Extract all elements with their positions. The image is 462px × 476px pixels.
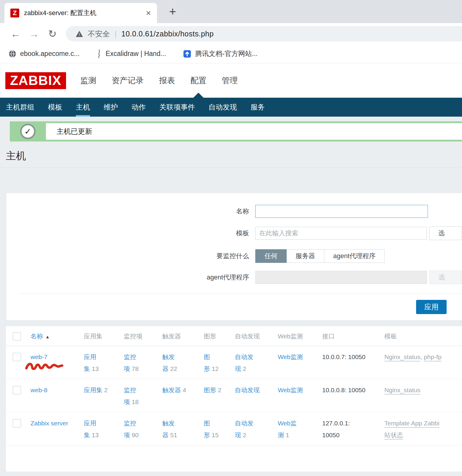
table-cell: 应用集 2 xyxy=(81,379,121,412)
cell-link[interactable]: 图 xyxy=(204,353,210,360)
cell-link[interactable]: 自动发 xyxy=(235,420,254,427)
reload-icon[interactable]: ↻ xyxy=(43,28,62,40)
nav-configuration[interactable]: 配置 xyxy=(190,75,206,86)
subnav-actions[interactable]: 动作 xyxy=(131,98,146,117)
zabbix-logo[interactable]: ZABBIX xyxy=(5,72,66,89)
template-link[interactable]: php-fp xyxy=(424,353,442,360)
page-title: 主机 xyxy=(6,149,462,163)
cell-link[interactable]: 现 xyxy=(235,432,241,438)
apply-button[interactable]: 应用 xyxy=(416,300,447,314)
nav-reports[interactable]: 报表 xyxy=(159,75,175,86)
bookmark-excalidraw[interactable]: Excalidraw | Hand... xyxy=(96,49,166,58)
cell-link[interactable]: 项 xyxy=(124,398,130,405)
sort-asc-icon: ▲ xyxy=(45,334,50,339)
subnav-maintenance[interactable]: 维护 xyxy=(104,98,118,117)
template-filter-input[interactable] xyxy=(255,227,427,240)
row-checkbox[interactable] xyxy=(13,386,21,394)
cell-link[interactable]: 现 xyxy=(235,365,241,372)
template-link[interactable]: Nginx_status xyxy=(384,353,420,360)
nav-monitoring[interactable]: 监测 xyxy=(80,75,96,86)
bookmark-tencent-docs[interactable]: 腾讯文档-官方网站... xyxy=(183,49,258,58)
back-icon[interactable]: ← xyxy=(7,28,25,40)
cell-link[interactable]: 触发 xyxy=(162,420,175,427)
row-checkbox[interactable] xyxy=(13,419,21,427)
cell-link[interactable]: 器 xyxy=(162,365,169,372)
name-filter-label: 名称 xyxy=(6,207,255,216)
template-select-button[interactable]: 选 xyxy=(429,226,462,240)
host-name-link[interactable]: Zabbix server xyxy=(31,417,68,429)
globe-icon xyxy=(8,50,17,58)
table-cell: Web监测 1 xyxy=(275,412,320,446)
table-cell: 监控项 90 xyxy=(121,412,160,446)
table-cell: Nginx_status, php-fp xyxy=(382,346,462,379)
monitored-by-any[interactable]: 任何 xyxy=(255,249,287,263)
host-name-link[interactable]: web-8 xyxy=(31,384,47,396)
subnav-hosts[interactable]: 主机 xyxy=(76,98,90,117)
cell-link[interactable]: 图 xyxy=(204,420,210,427)
cell-link[interactable]: 应用集 xyxy=(84,387,102,393)
table-cell: Nginx_status xyxy=(382,379,462,412)
row-checkbox[interactable] xyxy=(13,353,21,361)
name-filter-input[interactable] xyxy=(255,205,428,218)
template-link[interactable]: Template App Zabbi xyxy=(384,420,439,427)
subnav-templates[interactable]: 模板 xyxy=(48,98,62,117)
cell-link[interactable]: 自动发现 xyxy=(235,387,260,393)
column-header[interactable]: 名称▲ xyxy=(28,326,81,346)
cell-link[interactable]: 应用 xyxy=(84,353,96,360)
sub-nav: 主机群组 模板 主机 维护 动作 关联项事件 自动发现 服务 xyxy=(0,98,462,117)
bookmark-ebook[interactable]: ebook.apecome.c... xyxy=(8,50,80,58)
not-secure-warning-icon[interactable]: ! xyxy=(76,31,83,37)
template-link[interactable]: 站状态 xyxy=(384,432,403,438)
cell-link[interactable]: 器 xyxy=(162,432,169,438)
select-all-checkbox[interactable] xyxy=(13,332,21,340)
nav-inventory[interactable]: 资产记录 xyxy=(112,75,144,86)
nav-administration[interactable]: 管理 xyxy=(222,75,238,86)
tab-close-icon[interactable]: × xyxy=(145,9,152,17)
table-cell: 触发器 4 xyxy=(160,379,201,412)
cell-link[interactable]: 形 xyxy=(204,432,210,438)
cell-text: 13 xyxy=(90,432,99,438)
subnav-event-correlation[interactable]: 关联项事件 xyxy=(159,98,195,117)
cell-link[interactable]: 图形 xyxy=(204,387,216,393)
security-label[interactable]: 不安全 xyxy=(88,29,110,39)
cell-link[interactable]: 应用 xyxy=(84,420,96,427)
cell-link[interactable]: Web监测 xyxy=(278,353,303,360)
table-cell: Web监测 xyxy=(275,379,320,412)
cell-link[interactable]: 测 xyxy=(278,432,284,438)
subnav-host-groups[interactable]: 主机群组 xyxy=(6,98,34,117)
monitored-by-server[interactable]: 服务器 xyxy=(287,249,324,263)
cell-link[interactable]: 监控 xyxy=(124,387,136,393)
template-link[interactable]: Nginx_status xyxy=(384,387,420,393)
browser-tab[interactable]: Z zabbix4-server: 配置主机 × xyxy=(4,3,157,23)
cell-link[interactable]: 项 xyxy=(124,365,130,372)
cell-link[interactable]: 触发 xyxy=(162,353,175,360)
table-cell: 触发器 22 xyxy=(160,346,201,379)
cell-link[interactable]: 集 xyxy=(84,365,90,372)
forward-icon[interactable]: → xyxy=(25,28,43,40)
new-tab-button[interactable]: + xyxy=(165,4,180,19)
cell-link[interactable]: 自动发 xyxy=(235,353,254,360)
cell-link[interactable]: Web监测 xyxy=(278,387,303,393)
monitored-by-proxy[interactable]: agent代理程序 xyxy=(324,249,385,263)
url-text[interactable]: 10.0.0.61/zabbix/hosts.php xyxy=(121,30,214,38)
cell-link[interactable]: 形 xyxy=(204,365,210,372)
subnav-services[interactable]: 服务 xyxy=(251,98,265,117)
cell-link[interactable]: 集 xyxy=(84,432,90,438)
main-nav: 监测 资产记录 报表 配置 管理 xyxy=(80,75,238,86)
cell-link[interactable]: Web监 xyxy=(278,420,297,427)
cell-text: 2 xyxy=(241,365,246,372)
cell-link[interactable]: 触发器 xyxy=(162,387,181,393)
address-bar[interactable]: ! 不安全 | 10.0.0.61/zabbix/hosts.php xyxy=(66,26,462,41)
cell-link[interactable]: 监控 xyxy=(124,353,136,360)
table-cell: 监控项 78 xyxy=(121,346,160,379)
cell-link[interactable]: 项 xyxy=(124,432,130,438)
table-cell: 应用集 13 xyxy=(81,412,121,446)
table-cell: 监控项 18 xyxy=(121,379,160,412)
host-name-link[interactable]: web-7 xyxy=(31,351,47,363)
subnav-discovery[interactable]: 自动发现 xyxy=(208,98,237,117)
column-header: 触发器 xyxy=(160,326,201,346)
cell-link[interactable]: 监控 xyxy=(124,420,136,427)
table-cell: 10.0.0.7: 10050 xyxy=(320,346,382,379)
proxy-filter-input xyxy=(255,271,427,284)
table-row: web-8应用集 2监控项 18触发器 4图形 2自动发现Web监测10.0.0… xyxy=(6,379,462,412)
